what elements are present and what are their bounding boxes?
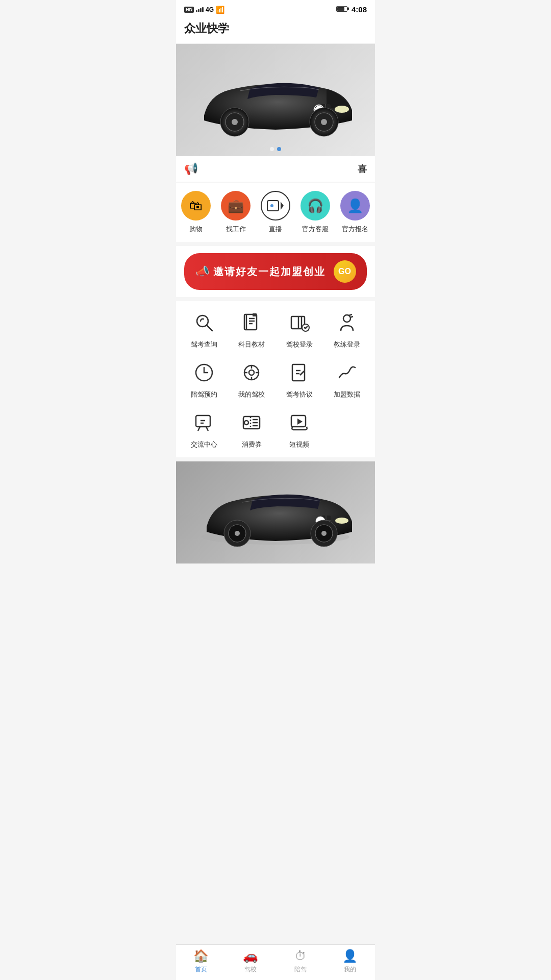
hd-badge: HD [184, 7, 194, 13]
announce-bar: 📢 喜 [176, 156, 375, 182]
svg-point-42 [321, 531, 327, 536]
status-bar: HD 4G 📶 4:08 [176, 0, 375, 17]
escort-book-icon [191, 359, 217, 386]
announce-right: 喜 [358, 163, 367, 175]
grid-drive-query[interactable]: 驾考查询 [184, 309, 224, 349]
svg-point-28 [244, 421, 248, 425]
qa-service-label: 官方客服 [302, 225, 329, 234]
banner[interactable] [176, 44, 375, 156]
drive-query-icon [191, 309, 217, 336]
qa-register-icon: 👤 [340, 191, 370, 220]
grid-alliance-data[interactable]: 加盟数据 [327, 359, 367, 399]
qa-job[interactable]: 💼 找工作 [221, 191, 251, 234]
svg-point-14 [270, 204, 273, 207]
short-video-icon [286, 409, 313, 436]
banner-car-image [176, 44, 375, 156]
textbook-label: 科目教材 [238, 340, 265, 349]
grid-placeholder [327, 409, 367, 449]
short-video-label: 短视频 [289, 440, 309, 449]
grid-row-3: 交流中心 消费券 [180, 409, 371, 449]
svg-point-21 [343, 315, 350, 322]
banner-indicators [270, 147, 281, 151]
qa-service[interactable]: 🎧 官方客服 [300, 191, 330, 234]
alliance-data-icon [334, 359, 360, 386]
coupon-icon [238, 409, 265, 436]
alliance-data-label: 加盟数据 [334, 390, 360, 399]
svg-marker-15 [281, 202, 284, 210]
coach-login-icon [334, 309, 360, 336]
banner-dot-1[interactable] [270, 147, 274, 151]
app-title: 众业快学 [184, 21, 367, 36]
svg-point-9 [232, 119, 238, 125]
grid-coupon[interactable]: 消费券 [231, 409, 272, 449]
network-type: 4G [206, 6, 214, 13]
qa-live[interactable]: 直播 [261, 191, 290, 234]
grid-row-1: 驾考查询 科目教材 [180, 309, 371, 349]
escort-book-label: 陪驾预约 [191, 390, 217, 399]
qa-live-label: 直播 [269, 225, 282, 234]
qa-service-icon: 🎧 [300, 191, 330, 220]
svg-point-12 [321, 119, 327, 125]
drive-agreement-icon [286, 359, 313, 386]
signal-icon [196, 7, 204, 12]
grid-my-school[interactable]: 我的驾校 [231, 359, 272, 399]
invite-go-badge: GO [334, 260, 356, 283]
svg-point-1 [335, 106, 349, 113]
invite-text: 邀请好友一起加盟创业 [213, 265, 325, 279]
placeholder-icon [334, 409, 360, 436]
time-display: 4:08 [352, 5, 367, 14]
coach-login-label: 教练登录 [334, 340, 360, 349]
status-left: HD 4G 📶 [184, 6, 224, 14]
my-school-icon [238, 359, 265, 386]
battery-icon [336, 6, 347, 13]
grid-short-video[interactable]: 短视频 [279, 409, 320, 449]
invite-button[interactable]: 📣 邀请好友一起加盟创业 GO [184, 253, 367, 290]
wifi-icon: 📶 [216, 6, 224, 14]
exchange-icon [191, 409, 217, 436]
quick-actions: 🛍 购物 💼 找工作 直播 🎧 官方客服 👤 官方报名 [176, 183, 375, 242]
exchange-label: 交流中心 [191, 440, 217, 449]
grid-exchange[interactable]: 交流中心 [184, 409, 224, 449]
svg-rect-18 [253, 313, 257, 316]
school-login-icon [286, 309, 313, 336]
svg-point-24 [249, 370, 254, 375]
qa-live-icon [261, 191, 290, 220]
qa-shopping-icon: 🛍 [181, 191, 211, 220]
svg-point-32 [335, 518, 348, 524]
bottom-banner [176, 461, 375, 564]
qa-shopping[interactable]: 🛍 购物 [181, 191, 211, 234]
grid-textbook[interactable]: 科目教材 [231, 309, 272, 349]
svg-marker-30 [297, 419, 303, 425]
grid-escort-book[interactable]: 陪驾预约 [184, 359, 224, 399]
grid-row-2: 陪驾预约 我的驾校 [180, 359, 371, 399]
announce-left: 📢 [184, 162, 198, 176]
drive-agreement-label: 驾考协议 [286, 390, 313, 399]
svg-point-39 [235, 531, 240, 536]
status-right: 4:08 [336, 5, 367, 14]
qa-register[interactable]: 👤 官方报名 [340, 191, 370, 234]
textbook-icon [238, 309, 265, 336]
coupon-label: 消费券 [242, 440, 262, 449]
invite-banner-wrapper: 📣 邀请好友一起加盟创业 GO [176, 246, 375, 297]
grid-menu: 驾考查询 科目教材 [176, 301, 375, 457]
app-header: 众业快学 [176, 17, 375, 44]
invite-megaphone-icon: 📣 [195, 265, 209, 278]
announce-icon: 📢 [184, 162, 198, 176]
grid-drive-agreement[interactable]: 驾考协议 [279, 359, 320, 399]
banner-dot-2[interactable] [277, 147, 281, 151]
qa-register-label: 官方报名 [342, 225, 368, 234]
my-school-label: 我的驾校 [238, 390, 265, 399]
qa-job-icon: 💼 [221, 191, 251, 220]
drive-query-label: 驾考查询 [191, 340, 217, 349]
qa-shopping-label: 购物 [189, 225, 203, 234]
grid-coach-login[interactable]: 教练登录 [327, 309, 367, 349]
grid-school-login[interactable]: 驾校登录 [279, 309, 320, 349]
school-login-label: 驾校登录 [286, 340, 313, 349]
qa-job-label: 找工作 [226, 225, 246, 234]
